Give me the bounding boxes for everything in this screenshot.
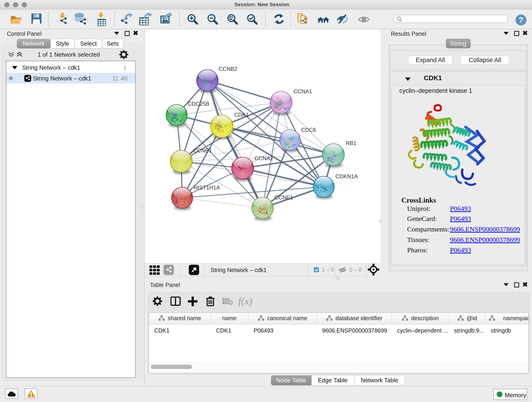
svg-text:CDC25B: CDC25B xyxy=(188,101,209,107)
svg-text:HIST1H1A: HIST1H1A xyxy=(194,185,220,191)
svg-text:CDC6: CDC6 xyxy=(301,127,316,133)
svg-text:CCNB2: CCNB2 xyxy=(219,66,237,72)
svg-text:CDKN1A: CDKN1A xyxy=(336,173,358,179)
svg-text:CCNE1: CCNE1 xyxy=(274,194,293,201)
svg-text:CDK1: CDK1 xyxy=(234,112,249,118)
svg-text:CCNA1: CCNA1 xyxy=(293,88,312,95)
svg-text:RB1: RB1 xyxy=(346,140,356,146)
svg-text:?: ? xyxy=(519,15,524,24)
svg-text:CCNB1: CCNB1 xyxy=(193,147,212,153)
svg-text:CCNA2: CCNA2 xyxy=(254,155,273,161)
